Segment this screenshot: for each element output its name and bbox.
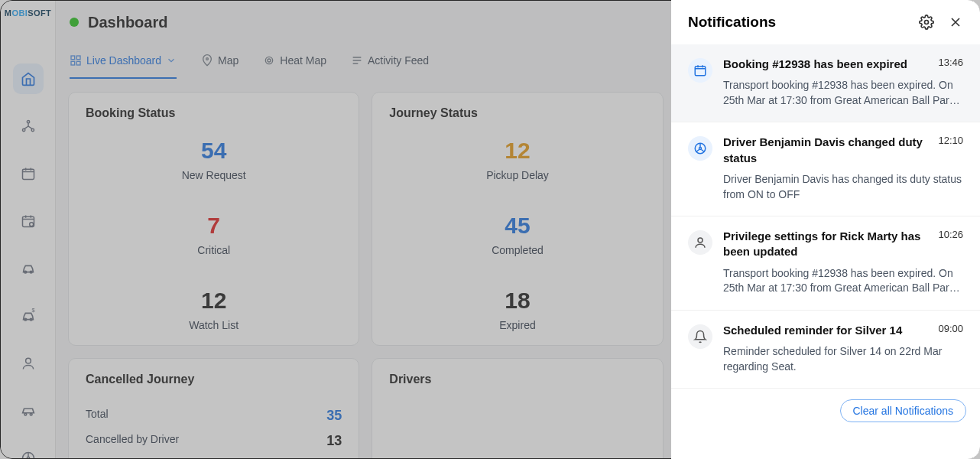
svg-point-29 <box>699 148 702 150</box>
svg-rect-19 <box>71 56 75 60</box>
svg-rect-3 <box>22 169 34 179</box>
svg-point-24 <box>268 59 271 62</box>
svg-rect-20 <box>76 56 80 60</box>
card-title: Journey Status <box>389 106 645 120</box>
drivers-card: Drivers <box>372 358 663 458</box>
clear-all-button[interactable]: Clear all Notifications <box>840 399 967 422</box>
notification-description: Transport booking #12938 has been expire… <box>723 78 963 108</box>
stat-completed: 45Completed <box>492 212 544 256</box>
svg-point-30 <box>698 238 703 243</box>
tab-heat-map[interactable]: Heat Map <box>263 44 326 79</box>
svg-point-11 <box>25 358 31 363</box>
stat-watch-list: 12Watch List <box>189 287 239 331</box>
notification-title: Scheduled reminder for Silver 14 <box>723 323 902 338</box>
notification-time: 10:26 <box>938 229 963 260</box>
notification-item[interactable]: Driver Benjamin Davis changed duty statu… <box>671 122 980 216</box>
calendar-icon <box>688 58 712 83</box>
tab-label: Activity Feed <box>368 54 429 67</box>
notifications-panel: Notifications Booking #12938 has been ex… <box>671 0 980 459</box>
nav-user-icon[interactable] <box>13 348 44 379</box>
notification-time: 13:46 <box>938 57 963 72</box>
journey-status-card: Journey Status 12Pickup Delay 45Complete… <box>372 92 663 346</box>
svg-text:$: $ <box>31 308 34 314</box>
svg-point-25 <box>266 57 273 63</box>
notification-title: Driver Benjamin Davis changed duty statu… <box>723 135 930 166</box>
settings-button[interactable] <box>919 15 934 30</box>
nav-org-icon[interactable] <box>13 111 44 142</box>
notification-item[interactable]: Privilege settings for Rick Marty has be… <box>671 216 980 311</box>
cancelled-journey-card: Cancelled Journey Total35 Cancelled by D… <box>68 358 359 458</box>
nav-vehicle-icon[interactable] <box>13 396 44 426</box>
notification-item[interactable]: Scheduled reminder for Silver 14 09:00 R… <box>671 311 980 389</box>
stat-critical: 7Critical <box>197 212 230 256</box>
user-icon <box>688 230 712 255</box>
sidebar: MOBISOFT $ <box>1 1 56 458</box>
tab-live-dashboard[interactable]: Live Dashboard <box>70 44 177 79</box>
stat-expired: 18Expired <box>499 287 535 331</box>
panel-title: Notifications <box>688 14 776 31</box>
svg-rect-4 <box>22 216 34 226</box>
bell-icon <box>688 324 712 349</box>
svg-point-12 <box>24 413 26 415</box>
svg-point-26 <box>925 21 929 24</box>
nav-wheel-icon[interactable] <box>13 443 44 459</box>
status-dot-icon <box>70 18 79 27</box>
page-title: Dashboard <box>88 14 167 31</box>
stat-pickup-delay: 12Pickup Delay <box>486 137 549 181</box>
nav-home-icon[interactable] <box>13 63 44 94</box>
nav-car-dollar-icon[interactable]: $ <box>13 301 44 331</box>
chevron-down-icon <box>166 55 177 66</box>
notification-title: Privilege settings for Rick Marty has be… <box>723 229 930 260</box>
logo: MOBISOFT <box>1 8 55 18</box>
svg-rect-22 <box>76 61 80 65</box>
nav-car-icon[interactable] <box>13 253 44 284</box>
close-button[interactable] <box>948 15 963 30</box>
svg-point-23 <box>206 58 209 60</box>
card-title: Booking Status <box>86 106 342 120</box>
svg-point-0 <box>27 121 29 123</box>
nav-calendar-settings-icon[interactable] <box>13 206 44 236</box>
notification-list: Booking #12938 has been expired 13:46 Tr… <box>671 44 980 459</box>
svg-rect-27 <box>695 67 706 76</box>
notification-title: Booking #12938 has been expired <box>723 57 907 72</box>
svg-point-13 <box>30 413 32 415</box>
table-row: Total35 <box>86 403 342 428</box>
table-row: Cancelled by Driver13 <box>86 428 342 454</box>
tab-activity-feed[interactable]: Activity Feed <box>351 44 429 79</box>
svg-rect-21 <box>71 61 75 65</box>
gear-icon <box>919 15 934 30</box>
svg-point-5 <box>29 223 33 226</box>
notification-item[interactable]: Booking #12938 has been expired 13:46 Tr… <box>671 44 980 122</box>
notification-description: Transport booking #12938 has been expire… <box>723 266 963 296</box>
tab-label: Map <box>218 54 239 67</box>
close-icon <box>948 15 963 30</box>
tab-label: Live Dashboard <box>86 54 161 67</box>
nav-calendar-icon[interactable] <box>13 158 44 189</box>
tab-map[interactable]: Map <box>201 44 239 79</box>
card-title: Drivers <box>389 373 645 386</box>
wheel-icon <box>688 136 712 161</box>
booking-status-card: Booking Status 54New Request 7Critical 1… <box>68 92 359 346</box>
notification-description: Driver Benjamin Davis has changed its du… <box>723 172 963 202</box>
tab-label: Heat Map <box>280 54 326 67</box>
notification-time: 09:00 <box>938 323 963 338</box>
notification-time: 12:10 <box>938 135 963 166</box>
notification-description: Reminder scheduled for Silver 14 on 22rd… <box>723 344 963 374</box>
stat-new-request: 54New Request <box>182 137 246 181</box>
card-title: Cancelled Journey <box>86 373 342 386</box>
